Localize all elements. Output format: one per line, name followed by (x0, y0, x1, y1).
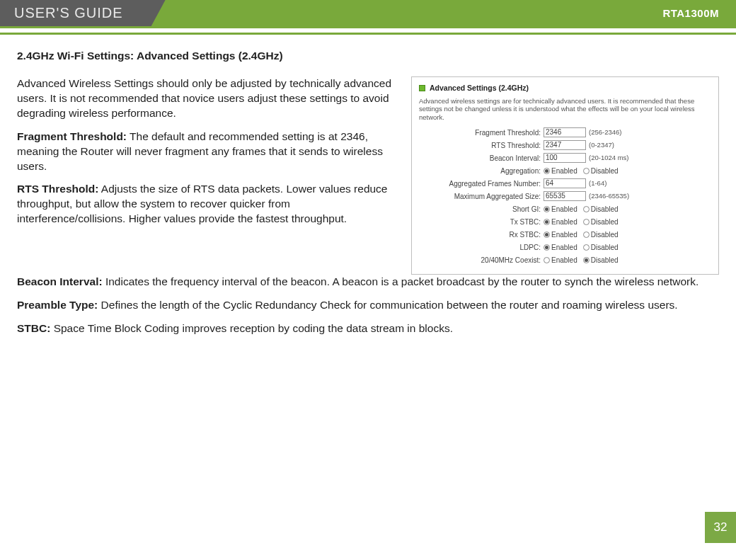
radio-label: Disabled (591, 243, 619, 253)
panel-title-text: Advanced Settings (2.4GHz) (430, 83, 529, 93)
form-hint: (256-2346) (589, 128, 621, 137)
form-hint: (1-64) (589, 179, 606, 188)
definition-term: RTS Threshold: (17, 183, 98, 195)
radio-label: Enabled (551, 166, 577, 176)
radio-label: Disabled (591, 166, 619, 176)
form-row-rxstbc: Rx STBC: Enabled Disabled (419, 229, 711, 240)
form-label: Maximum Aggregated Size: (419, 192, 544, 202)
form-row-ldpc: LDPC: Enabled Disabled (419, 241, 711, 253)
definition-text: Defines the length of the Cyclic Redunda… (98, 299, 677, 311)
radio-label: Disabled (591, 256, 619, 265)
form-row-sgi: Short GI: Enabled Disabled (419, 203, 711, 215)
page-number: 32 (705, 512, 736, 543)
definition: Beacon Interval: Indicates the frequency… (17, 275, 719, 290)
definition-term: STBC: (17, 322, 50, 334)
header-title-right: RTA1300M (662, 7, 719, 19)
form-label: Beacon Interval: (419, 154, 544, 164)
rxstbc-enabled-radio[interactable] (544, 232, 550, 238)
definition-term: Preamble Type: (17, 299, 98, 311)
aggregation-enabled-radio[interactable] (544, 168, 550, 174)
definition-term: Fragment Threshold: (17, 130, 127, 142)
radio-label: Disabled (591, 217, 619, 227)
form-row-afn: Aggregated Frames Number: 64 (1-64) (419, 178, 711, 189)
content: 2.4GHz Wi-Fi Settings: Advanced Settings… (0, 35, 736, 336)
radio-label: Enabled (551, 243, 577, 253)
rts-threshold-input[interactable]: 2347 (544, 140, 586, 150)
intro-paragraph: Advanced Wireless Settings should only b… (17, 76, 400, 121)
beacon-interval-input[interactable]: 100 (544, 153, 586, 163)
radio-label: Enabled (551, 217, 577, 227)
aggregation-disabled-radio[interactable] (583, 168, 590, 174)
square-icon (419, 85, 425, 91)
form-hint: (20-1024 ms) (589, 154, 629, 163)
radio-label: Disabled (591, 230, 619, 240)
definition: RTS Threshold: Adjusts the size of RTS d… (17, 182, 400, 227)
rxstbc-disabled-radio[interactable] (583, 232, 590, 238)
aggregated-frames-input[interactable]: 64 (544, 178, 586, 188)
panel-title: Advanced Settings (2.4GHz) (419, 83, 711, 93)
sgi-disabled-radio[interactable] (583, 206, 590, 212)
definition: Fragment Threshold: The default and reco… (17, 130, 400, 174)
form-row-coexist: 20/40MHz Coexist: Enabled Disabled (419, 254, 711, 265)
radio-label: Enabled (551, 256, 577, 265)
definition: STBC: Space Time Block Coding improves r… (17, 321, 719, 336)
txstbc-enabled-radio[interactable] (544, 219, 550, 225)
coexist-disabled-radio[interactable] (583, 257, 590, 263)
form-row-beacon: Beacon Interval: 100 (20-1024 ms) (419, 152, 711, 164)
form-row-aggregation: Aggregation: Enabled Disabled (419, 165, 711, 176)
form-label: Fragment Threshold: (419, 128, 544, 138)
form-row-rts: RTS Threshold: 2347 (0-2347) (419, 139, 711, 151)
definition: Preamble Type: Defines the length of the… (17, 298, 719, 313)
ldpc-disabled-radio[interactable] (583, 244, 590, 251)
form-row-txstbc: Tx STBC: Enabled Disabled (419, 216, 711, 227)
form-label: RTS Threshold: (419, 141, 544, 151)
radio-label: Disabled (591, 205, 619, 215)
max-aggregated-size-input[interactable]: 65535 (544, 191, 586, 201)
txstbc-disabled-radio[interactable] (583, 219, 590, 225)
form-label: Rx STBC: (419, 230, 544, 240)
form-label: Tx STBC: (419, 217, 544, 227)
form-label: Aggregation: (419, 166, 544, 176)
form-label: Short GI: (419, 205, 544, 215)
header: USER'S GUIDE RTA1300M (0, 0, 736, 28)
form-hint: (0-2347) (589, 141, 614, 150)
form-hint: (2346-65535) (589, 192, 629, 201)
ldpc-enabled-radio[interactable] (544, 244, 550, 251)
coexist-enabled-radio[interactable] (544, 257, 550, 263)
header-title-left: USER'S GUIDE (0, 0, 166, 26)
form-label: LDPC: (419, 243, 544, 253)
radio-label: Enabled (551, 230, 577, 240)
form-label: Aggregated Frames Number: (419, 179, 544, 189)
fragment-threshold-input[interactable]: 2346 (544, 127, 586, 137)
definition-text: Space Time Block Coding improves recepti… (50, 322, 453, 334)
form-label: 20/40MHz Coexist: (419, 256, 544, 265)
radio-label: Enabled (551, 205, 577, 215)
page-title: 2.4GHz Wi-Fi Settings: Advanced Settings… (17, 49, 719, 64)
form-row-mas: Maximum Aggregated Size: 65535 (2346-655… (419, 190, 711, 202)
sgi-enabled-radio[interactable] (544, 206, 550, 212)
definition-term: Beacon Interval: (17, 275, 103, 287)
settings-panel: Advanced Settings (2.4GHz) Advanced wire… (411, 76, 719, 275)
form-row-fragment: Fragment Threshold: 2346 (256-2346) (419, 127, 711, 138)
definition-text: Indicates the frequency interval of the … (103, 275, 699, 287)
panel-description: Advanced wireless settings are for techn… (419, 97, 711, 121)
